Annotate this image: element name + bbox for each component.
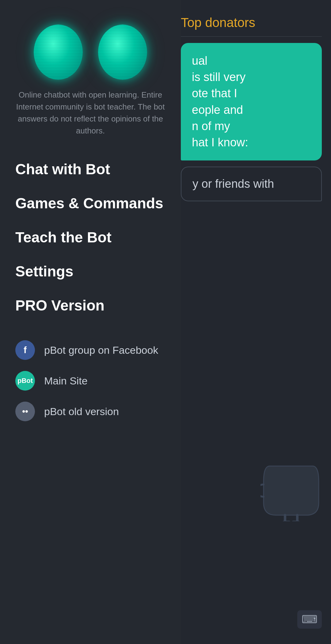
keyboard-icon-button[interactable]: ⌨ — [297, 610, 322, 629]
chat-divider — [181, 36, 322, 37]
menu-item-games-commands[interactable]: Games & Commands — [15, 186, 166, 220]
facebook-label: pBot group on Facebook — [44, 344, 158, 356]
menu-item-settings[interactable]: Settings — [15, 254, 166, 288]
old-version-icon: •• — [15, 402, 35, 421]
bot-avatar — [15, 0, 166, 80]
bot-eye-right — [98, 25, 147, 80]
social-links: f pBot group on Facebook pBot Main Site … — [15, 338, 166, 424]
svg-rect-1 — [291, 521, 300, 521]
side-drawer: Online chatbot with open learning. Entir… — [0, 0, 181, 644]
svg-rect-0 — [282, 521, 291, 521]
old-version-label: pBot old version — [44, 406, 119, 418]
chat-bubble-outline: y or friends with — [181, 167, 322, 201]
social-link-facebook[interactable]: f pBot group on Facebook — [15, 338, 166, 362]
menu-item-pro-version[interactable]: PRO Version — [15, 288, 166, 322]
menu-item-teach-bot[interactable]: Teach the Bot — [15, 220, 166, 254]
facebook-icon: f — [15, 340, 35, 360]
bot-body-illustration — [261, 442, 322, 521]
pbot-icon: pBot — [15, 371, 35, 391]
top-donators-label: Top donators — [172, 0, 331, 36]
bot-eye-left — [34, 25, 83, 80]
chat-panel: Top donators ual is still very ote that … — [172, 0, 331, 644]
bot-description: Online chatbot with open learning. Entir… — [15, 89, 166, 137]
chat-bubble-teal: ual is still very ote that I eople and n… — [181, 43, 322, 160]
social-link-old-version[interactable]: •• pBot old version — [15, 399, 166, 424]
keyboard-icon: ⌨ — [302, 613, 318, 626]
menu-item-chat-with-bot[interactable]: Chat with Bot — [15, 152, 166, 186]
main-site-label: Main Site — [44, 375, 88, 387]
social-link-main-site[interactable]: pBot Main Site — [15, 368, 166, 393]
